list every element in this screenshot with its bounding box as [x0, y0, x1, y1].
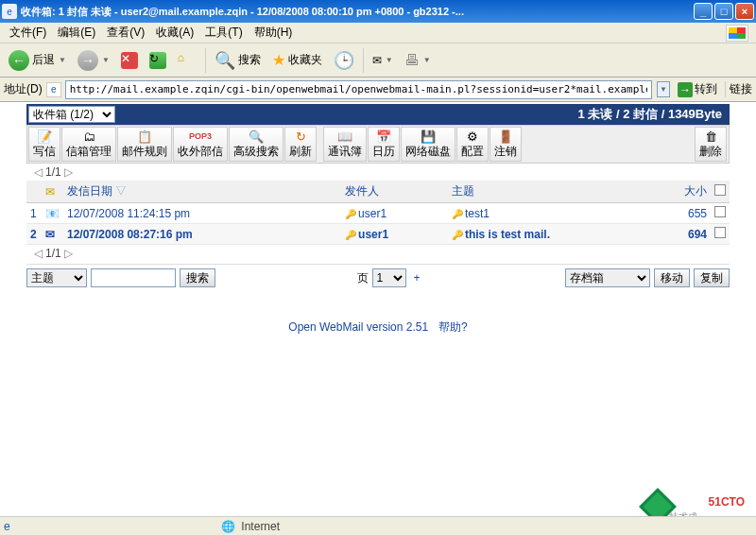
table-row[interactable]: 2 ✉ 12/07/2008 08:27:16 pm 🔑user1 🔑this …: [26, 224, 730, 245]
history-button[interactable]: 🕒: [329, 47, 359, 74]
back-icon: ←: [9, 50, 29, 71]
next-page-icon[interactable]: ▷: [64, 165, 73, 179]
go-label: 转到: [695, 81, 717, 97]
print-icon: 🖶: [404, 52, 420, 69]
pop3-button[interactable]: POP3收外部信: [173, 127, 228, 162]
refresh-icon: ↻: [292, 129, 309, 144]
prev-page-icon[interactable]: ◁: [34, 247, 43, 260]
rules-icon: 📋: [136, 129, 153, 144]
status-col-icon: ✉: [42, 181, 63, 203]
contacts-button[interactable]: 📖通讯簿: [323, 127, 367, 162]
move-button[interactable]: 移动: [654, 268, 690, 287]
ie-icon: e: [2, 4, 17, 19]
trash-icon: 🗑: [702, 129, 719, 144]
search-button[interactable]: 搜索: [180, 268, 215, 287]
minimize-button[interactable]: _: [694, 3, 713, 20]
mail-button[interactable]: ✉▼: [368, 51, 398, 70]
logout-button[interactable]: 🚪注销: [490, 127, 522, 162]
browser-toolbar: ← 后退 ▼ → ▼ ✕ ↻ ⌂ 🔍 搜索 ★ 收藏夹 🕒 ✉▼ 🖶▼: [0, 43, 756, 78]
chevron-down-icon[interactable]: ▼: [102, 56, 110, 64]
copy-button[interactable]: 复制: [694, 268, 730, 287]
go-arrow-icon: →: [678, 82, 693, 97]
bottom-pager: ◁ 1/1 ▷: [26, 245, 730, 262]
top-pager: ◁ 1/1 ▷: [26, 164, 730, 181]
chevron-down-icon[interactable]: ▼: [386, 56, 393, 64]
page-label: 页: [357, 270, 369, 286]
home-icon: ⌂: [178, 51, 197, 70]
col-subject[interactable]: 主题: [448, 181, 669, 203]
help-link[interactable]: 帮助?: [438, 320, 468, 334]
window-title: 收件箱: 1 封信 未读 - user2@mail.example.zqin -…: [21, 5, 694, 19]
table-row[interactable]: 1 📧 12/07/2008 11:24:15 pm 🔑user1 🔑test1…: [26, 203, 730, 224]
url-input[interactable]: [65, 80, 652, 99]
history-icon: 🕒: [334, 50, 354, 71]
search-button[interactable]: 🔍 搜索: [210, 47, 266, 74]
window-titlebar: e 收件箱: 1 封信 未读 - user2@mail.example.zqin…: [0, 0, 756, 23]
go-button[interactable]: → 转到: [674, 79, 721, 99]
page-icon: e: [46, 82, 61, 97]
chevron-down-icon[interactable]: ▼: [59, 56, 66, 64]
row-checkbox: [714, 227, 726, 238]
maximize-button[interactable]: □: [714, 3, 733, 20]
page-select[interactable]: 1: [372, 268, 406, 287]
refresh-button[interactable]: ↻: [145, 49, 171, 72]
read-icon: 📧: [42, 203, 63, 224]
webdisk-button[interactable]: 💾网络磁盘: [401, 127, 455, 162]
menu-view[interactable]: 查看(V): [101, 23, 150, 43]
gear-icon: ⚙: [464, 129, 481, 144]
folders-icon: 🗂: [80, 129, 97, 144]
close-button[interactable]: ×: [735, 3, 754, 20]
pop3-icon: POP3: [192, 129, 209, 144]
menu-edit[interactable]: 编辑(E): [52, 23, 101, 43]
mail-icon: ✉: [372, 54, 382, 67]
search-input[interactable]: [91, 268, 176, 287]
manage-folders-button[interactable]: 🗂信箱管理: [61, 127, 116, 162]
preferences-button[interactable]: ⚙配置: [456, 127, 489, 162]
forward-button[interactable]: → ▼: [73, 47, 114, 74]
windows-logo-icon: [726, 25, 748, 42]
delete-button[interactable]: 🗑删除: [695, 127, 727, 162]
search-field-select[interactable]: 主题: [26, 268, 87, 287]
favorites-label: 收藏夹: [288, 52, 322, 68]
col-from[interactable]: 发件人: [341, 181, 448, 203]
menu-help[interactable]: 帮助(H): [249, 23, 299, 43]
prev-page-icon[interactable]: ◁: [34, 165, 43, 179]
search-label: 搜索: [238, 52, 261, 68]
chevron-down-icon[interactable]: ▼: [423, 56, 431, 64]
calendar-icon: 📅: [375, 129, 392, 144]
globe-icon: 🌐: [221, 520, 235, 533]
product-link[interactable]: Open WebMail: [288, 320, 363, 334]
home-button[interactable]: ⌂: [173, 48, 201, 73]
print-button[interactable]: 🖶▼: [400, 49, 436, 72]
stop-button[interactable]: ✕: [116, 49, 143, 72]
col-checkbox[interactable]: [711, 181, 730, 203]
add-page-icon[interactable]: +: [410, 271, 424, 285]
advanced-search-button[interactable]: 🔍高级搜索: [229, 127, 284, 162]
compose-button[interactable]: 📝写信: [28, 127, 60, 162]
mail-toolbar: 📝写信 🗂信箱管理 📋邮件规则 POP3收外部信 🔍高级搜索 ↻刷新 📖通讯簿 …: [26, 125, 730, 164]
search-action-row: 主题 搜索 页 1 + 存档箱 移动 复制: [26, 264, 730, 291]
row-checkbox: [714, 206, 726, 217]
menu-tools[interactable]: 工具(T): [199, 23, 248, 43]
col-date[interactable]: 发信日期 ▽: [63, 181, 341, 203]
refresh-mail-button[interactable]: ↻刷新: [284, 127, 317, 162]
menu-file[interactable]: 文件(F): [4, 23, 52, 43]
calendar-button[interactable]: 📅日历: [368, 127, 400, 162]
destination-select[interactable]: 存档箱: [565, 268, 650, 287]
ie-icon: e: [4, 520, 10, 533]
menu-favorites[interactable]: 收藏(A): [150, 23, 199, 43]
separator: [363, 48, 364, 73]
links-label[interactable]: 链接: [725, 81, 752, 97]
folder-select[interactable]: 收件箱 (1/2): [28, 106, 115, 123]
footer-text: Open WebMail version 2.51 帮助?: [26, 291, 730, 364]
message-table: ✉ 发信日期 ▽ 发件人 主题 大小 1 📧 12/07/2008 11:24:…: [26, 181, 730, 245]
favorites-button[interactable]: ★ 收藏夹: [267, 48, 327, 72]
mail-rules-button[interactable]: 📋邮件规则: [117, 127, 172, 162]
chevron-down-icon[interactable]: ▼: [657, 81, 670, 97]
back-button[interactable]: ← 后退 ▼: [4, 47, 71, 74]
next-page-icon[interactable]: ▷: [64, 247, 73, 260]
search-icon: 🔍: [248, 129, 265, 144]
star-icon: ★: [272, 51, 285, 69]
page-content: 收件箱 (1/2) 1 未读 / 2 封信 / 1349Byte 📝写信 🗂信箱…: [0, 102, 756, 364]
col-size[interactable]: 大小: [669, 181, 711, 203]
